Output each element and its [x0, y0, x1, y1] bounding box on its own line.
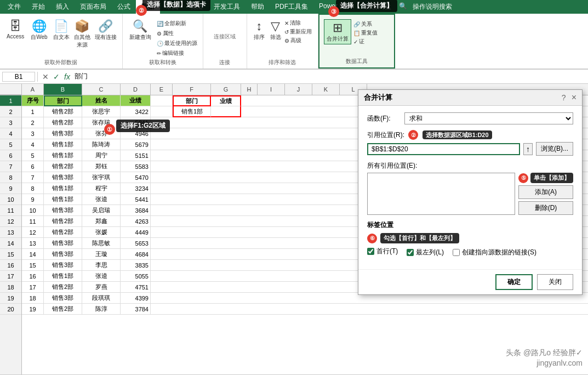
reference-input[interactable] — [367, 143, 520, 155]
reapply-button[interactable]: ↺重新应用 — [284, 28, 312, 36]
col-header-k[interactable]: K — [312, 84, 340, 95]
col-header-j[interactable]: J — [285, 84, 312, 95]
col-header-c[interactable]: C — [82, 84, 121, 95]
properties-button[interactable]: ⚙属性 — [156, 29, 198, 38]
cell-d1[interactable]: 业绩 — [121, 95, 151, 106]
first-row-checkbox[interactable] — [367, 248, 374, 255]
dialog-help-button[interactable]: ? — [562, 93, 566, 102]
ok-button[interactable]: 确定 — [495, 274, 533, 290]
recent-sources-button[interactable]: 🕒最近使用的源 — [156, 39, 198, 48]
cell-c1[interactable]: 姓名 — [82, 95, 121, 106]
group-get-external-label: 获取外部数据 — [4, 59, 118, 66]
row-header-10[interactable]: 10 — [0, 194, 21, 205]
left-col-checkbox-row: 最左列(L) — [407, 248, 444, 257]
row-header-3[interactable]: 3 — [0, 117, 21, 128]
row-header-5[interactable]: 5 — [0, 139, 21, 150]
tab-layout[interactable]: 页面布局 — [75, 0, 112, 14]
clear-button[interactable]: ✕清除 — [284, 19, 312, 27]
verify-button[interactable]: ✓证 — [353, 38, 378, 46]
col-header-b[interactable]: B — [44, 84, 82, 95]
cell-b1[interactable]: 部门 — [44, 95, 82, 106]
col-header-i[interactable]: I — [258, 84, 285, 95]
row-header-11[interactable]: 11 — [0, 205, 21, 216]
other-sources-button[interactable]: 📦 自其他来源 — [73, 18, 92, 50]
delete-button[interactable]: 删除(D) — [518, 201, 573, 215]
duplicate-button[interactable]: 📋重复值 — [353, 29, 378, 37]
relation-button[interactable]: 🔗关系 — [353, 20, 378, 28]
row-header-7[interactable]: 7 — [0, 161, 21, 172]
cancel-button[interactable]: 关闭 — [537, 274, 573, 290]
row-header-20[interactable]: 20 — [0, 304, 21, 315]
tab-home[interactable]: 开始 — [26, 0, 50, 14]
filter-button[interactable]: ▽ 筛选 — [268, 18, 283, 42]
confirm-formula-icon[interactable]: ✓ — [51, 72, 62, 81]
insert-function-icon[interactable]: fx — [62, 72, 72, 81]
row-header-16[interactable]: 16 — [0, 260, 21, 271]
group-data-tools: 选择【合并计算】 ③ ⊞ 合并计算 🔗关系 📋重复值 ✓证 — [318, 14, 395, 69]
browse-button[interactable]: 浏览(B)... — [536, 142, 573, 156]
tab-help[interactable]: 帮助 — [246, 0, 270, 14]
cell-g2[interactable] — [211, 106, 241, 117]
row-header-14[interactable]: 14 — [0, 238, 21, 249]
cell-e1[interactable] — [151, 95, 173, 106]
row-header-18[interactable]: 18 — [0, 282, 21, 293]
existing-connection-button[interactable]: 🔗 现有连接 — [94, 18, 118, 42]
tab-search[interactable]: 操作说明搜索 — [409, 0, 455, 14]
formula-input[interactable] — [72, 73, 586, 81]
cell-a2[interactable]: 1 — [22, 106, 44, 117]
col-header-d[interactable]: D — [121, 84, 151, 95]
row-header-1[interactable]: 1 — [0, 95, 21, 106]
cell-f1[interactable]: 部门 — [173, 95, 211, 106]
dialog-body: 函数(F): 求和 引用位置(R): ② 选择数据源区域B1:D20 ↑ 浏览(… — [358, 106, 582, 269]
left-col-checkbox[interactable] — [407, 249, 414, 256]
cancel-formula-icon[interactable]: ✕ — [40, 72, 51, 81]
function-select[interactable]: 求和 — [404, 112, 573, 124]
row-header-6[interactable]: 6 — [0, 150, 21, 161]
row-header-9[interactable]: 9 — [0, 183, 21, 194]
col-header-g[interactable]: G — [211, 84, 241, 95]
row-header-13[interactable]: 13 — [0, 227, 21, 238]
web-button[interactable]: 🌐 自Web — [28, 18, 49, 42]
cell-e2[interactable] — [151, 106, 173, 117]
dialog-close-button[interactable]: × — [572, 93, 576, 103]
consolidate-button[interactable]: ⊞ 合并计算 — [324, 19, 351, 44]
col-header-f[interactable]: F — [173, 84, 211, 95]
table-row: 19 销售2部 陈淳 3784 — [22, 304, 588, 315]
row-header-2[interactable]: 2 — [0, 106, 21, 117]
new-query-button[interactable]: 🔍 新建查询 — [127, 18, 153, 42]
col-header-h[interactable]: H — [241, 84, 258, 95]
reference-input-row: ↑ 浏览(B)... — [367, 142, 573, 156]
cell-a1[interactable]: 序号 — [22, 95, 44, 106]
advanced-button[interactable]: ⚙高级 — [284, 37, 312, 44]
access-button[interactable]: 🗄 Access — [4, 18, 26, 41]
col-header-a[interactable]: A — [22, 84, 44, 95]
row-header-4[interactable]: 4 — [0, 128, 21, 139]
tab-insert[interactable]: 插入 — [50, 0, 75, 14]
spreadsheet-area: A B C D E F G H I J K L 1 2 3 4 5 6 7 8 … — [0, 84, 588, 374]
cell-g1[interactable]: 业绩 — [211, 95, 241, 106]
text-button[interactable]: 📄 自文本 — [52, 18, 71, 42]
tab-pdf[interactable]: PDF工具集 — [270, 0, 313, 14]
cell-c2[interactable]: 张思宇 — [82, 106, 121, 117]
row-header-8[interactable]: 8 — [0, 172, 21, 183]
cell-reference[interactable]: B1 — [2, 72, 35, 82]
add-button[interactable]: 添加(A) — [518, 185, 573, 199]
dialog-title-bar: 合并计算 ? × — [358, 90, 582, 106]
cell-d2[interactable]: 3422 — [121, 106, 151, 117]
row-header-19[interactable]: 19 — [0, 293, 21, 304]
references-list[interactable] — [367, 173, 515, 215]
row-header-15[interactable]: 15 — [0, 249, 21, 260]
col-header-e[interactable]: E — [151, 84, 173, 95]
tab-dev[interactable]: 开发工具 — [208, 0, 246, 14]
row-header-17[interactable]: 17 — [0, 271, 21, 282]
refresh-all-button[interactable]: 🔄全部刷新 — [156, 19, 198, 28]
tab-formula[interactable]: 公式 — [112, 0, 136, 14]
edit-links-button[interactable]: ✏编辑链接 — [156, 49, 198, 58]
row-header-12[interactable]: 12 — [0, 216, 21, 227]
sort-button[interactable]: ↕ 排序 — [252, 18, 267, 42]
cell-f2[interactable]: 销售1部 — [173, 106, 211, 117]
cell-b2[interactable]: 销售2部 — [44, 106, 82, 117]
tab-file[interactable]: 文件 — [2, 0, 26, 14]
search-icon: 🔍 — [397, 0, 409, 14]
link-checkbox[interactable] — [453, 249, 460, 256]
